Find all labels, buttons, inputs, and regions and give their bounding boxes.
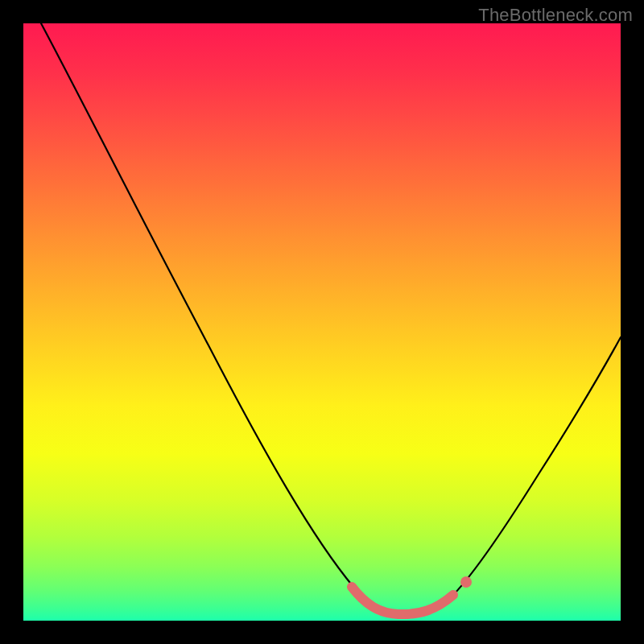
highlight-dot [460, 576, 472, 588]
curve-layer [23, 23, 621, 621]
plot-area [23, 23, 621, 621]
bottleneck-curve [41, 23, 621, 615]
highlight-segment [352, 587, 453, 614]
chart-stage: TheBottleneck.com [0, 0, 644, 644]
watermark-text: TheBottleneck.com [478, 5, 633, 26]
